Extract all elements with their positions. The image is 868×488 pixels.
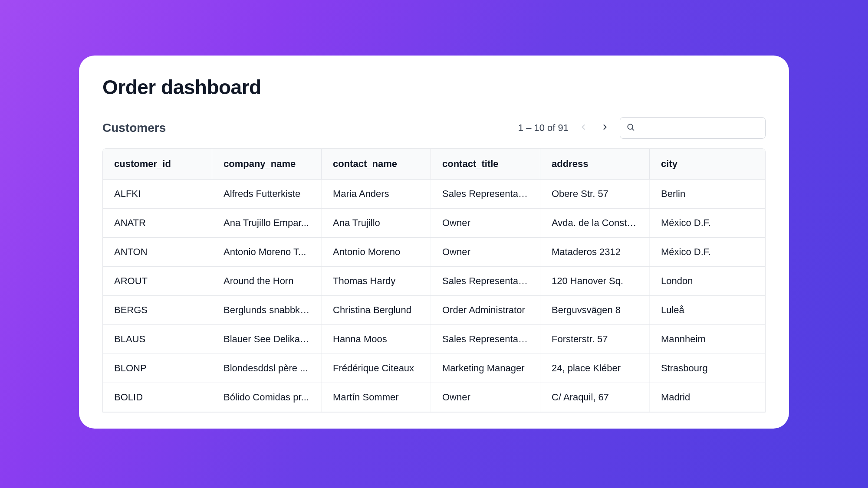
cell-customer-id: ANTON [103,238,212,266]
cell-contact-title: Owner [431,383,540,412]
page-title: Order dashboard [102,75,766,99]
cell-company-name: Around the Horn [212,267,322,295]
search-icon [626,123,635,133]
cell-company-name: Ana Trujillo Empar... [212,209,322,237]
cell-address: C/ Araquil, 67 [540,383,650,412]
cell-contact-name: Martín Sommer [322,383,431,412]
cell-contact-title: Owner [431,238,540,266]
prev-page-button[interactable] [576,121,590,135]
cell-company-name: Blauer See Delikat... [212,325,322,354]
cell-city: Madrid [650,383,765,412]
cell-customer-id: BOLID [103,383,212,412]
next-page-button[interactable] [598,121,612,135]
cell-contact-name: Ana Trujillo [322,209,431,237]
cell-contact-title: Sales Representati... [431,325,540,354]
col-header-company-name[interactable]: company_name [212,149,322,179]
table-row[interactable]: AROUT Around the Horn Thomas Hardy Sales… [103,267,765,296]
cell-city: Mannheim [650,325,765,354]
cell-customer-id: AROUT [103,267,212,295]
cell-customer-id: BERGS [103,296,212,324]
cell-customer-id: ANATR [103,209,212,237]
col-header-contact-title[interactable]: contact_title [431,149,540,179]
cell-address: 24, place Kléber [540,354,650,383]
col-header-contact-name[interactable]: contact_name [322,149,431,179]
cell-city: México D.F. [650,209,765,237]
cell-address: Berguvsvägen 8 [540,296,650,324]
table-row[interactable]: ANTON Antonio Moreno T... Antonio Moreno… [103,238,765,267]
chevron-right-icon [601,123,609,133]
dashboard-card: Order dashboard Customers 1 – 10 of 91 [79,56,789,429]
cell-address: Obere Str. 57 [540,180,650,208]
cell-company-name: Blondesddsl père ... [212,354,322,383]
section-title: Customers [102,121,166,135]
chevron-left-icon [579,123,588,133]
search-box[interactable] [620,117,766,139]
table-header-row: customer_id company_name contact_name co… [103,149,765,180]
cell-contact-name: Antonio Moreno [322,238,431,266]
customers-table: customer_id company_name contact_name co… [102,148,766,413]
cell-city: Strasbourg [650,354,765,383]
table-row[interactable]: ANATR Ana Trujillo Empar... Ana Trujillo… [103,209,765,238]
cell-address: 120 Hanover Sq. [540,267,650,295]
col-header-customer-id[interactable]: customer_id [103,149,212,179]
table-row[interactable]: BOLID Bólido Comidas pr... Martín Sommer… [103,383,765,412]
cell-customer-id: BLAUS [103,325,212,354]
cell-contact-title: Marketing Manager [431,354,540,383]
cell-customer-id: BLONP [103,354,212,383]
cell-contact-name: Frédérique Citeaux [322,354,431,383]
svg-line-1 [632,129,634,131]
cell-contact-title: Sales Representati... [431,267,540,295]
cell-contact-title: Sales Representati... [431,180,540,208]
cell-address: Mataderos 2312 [540,238,650,266]
cell-city: London [650,267,765,295]
search-input[interactable] [639,123,759,133]
cell-contact-name: Thomas Hardy [322,267,431,295]
table-body: ALFKI Alfreds Futterkiste Maria Anders S… [103,180,765,412]
cell-customer-id: ALFKI [103,180,212,208]
svg-point-0 [628,124,633,129]
cell-city: Luleå [650,296,765,324]
table-row[interactable]: BLAUS Blauer See Delikat... Hanna Moos S… [103,325,765,354]
cell-company-name: Antonio Moreno T... [212,238,322,266]
cell-contact-title: Order Administrator [431,296,540,324]
toolbar-right: 1 – 10 of 91 [518,117,766,139]
cell-company-name: Alfreds Futterkiste [212,180,322,208]
table-row[interactable]: BERGS Berglunds snabbköp Christina Bergl… [103,296,765,325]
pagination-range: 1 – 10 of 91 [518,122,569,134]
col-header-city[interactable]: city [650,149,765,179]
cell-company-name: Bólido Comidas pr... [212,383,322,412]
col-header-address[interactable]: address [540,149,650,179]
cell-city: Berlin [650,180,765,208]
cell-contact-name: Maria Anders [322,180,431,208]
cell-contact-title: Owner [431,209,540,237]
cell-contact-name: Christina Berglund [322,296,431,324]
cell-company-name: Berglunds snabbköp [212,296,322,324]
cell-address: Forsterstr. 57 [540,325,650,354]
cell-city: México D.F. [650,238,765,266]
cell-contact-name: Hanna Moos [322,325,431,354]
table-row[interactable]: ALFKI Alfreds Futterkiste Maria Anders S… [103,180,765,209]
table-row[interactable]: BLONP Blondesddsl père ... Frédérique Ci… [103,354,765,383]
section-toolbar: Customers 1 – 10 of 91 [102,117,766,139]
cell-address: Avda. de la Constit... [540,209,650,237]
